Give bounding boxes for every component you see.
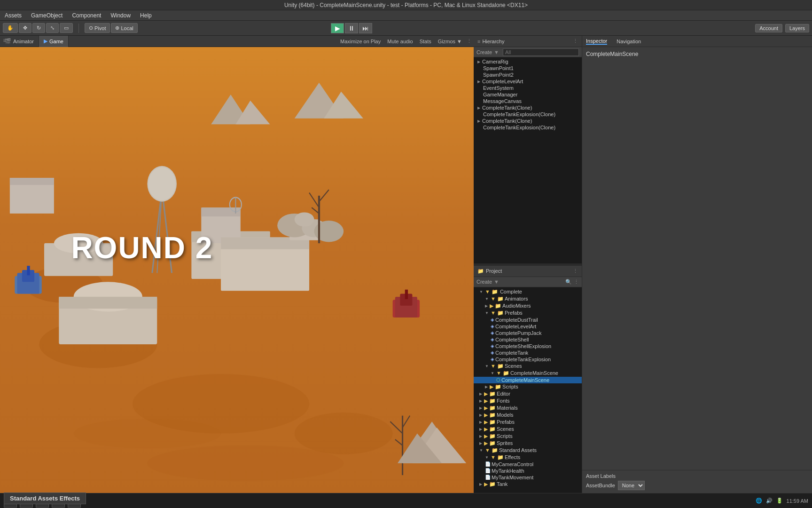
- project-toolbar-left: Create ▼: [476, 279, 499, 285]
- hierarchy-item[interactable]: GameManager: [474, 91, 582, 98]
- tree-item-mytankhealth[interactable]: 📄 MyTankHealth: [474, 468, 582, 474]
- eventsystem-label: EventSystem: [483, 85, 514, 91]
- maximize-btn[interactable]: Maximize on Play: [338, 38, 383, 45]
- tree-item-shellexplosion[interactable]: ◈ CompleteShellExplosion: [474, 343, 582, 349]
- tree-item-models[interactable]: ▶ 📁 Models: [474, 412, 582, 419]
- gizmos-btn[interactable]: Gizmos ▼: [436, 38, 464, 45]
- menu-help[interactable]: Help: [138, 11, 154, 20]
- tree-item-fonts[interactable]: ▶ 📁 Fonts: [474, 397, 582, 405]
- menu-assets[interactable]: Assets: [3, 11, 23, 20]
- materials-label: Materials: [497, 405, 518, 411]
- tree-item-tankexplosion[interactable]: ◈ CompleteTankExplosion: [474, 356, 582, 363]
- project-create-btn[interactable]: Create: [476, 279, 492, 285]
- animators-label: Animators: [505, 296, 528, 302]
- game-tab-label: Game: [49, 39, 63, 44]
- tree-item-mycameracontrol[interactable]: 📄 MyCameraControl: [474, 461, 582, 468]
- animator-tab-label: Animator: [13, 39, 34, 44]
- tree-item-sprites[interactable]: ▶ 📁 Sprites: [474, 440, 582, 447]
- project-menu-icon[interactable]: ⋮: [573, 268, 578, 274]
- fonts-label: Fonts: [497, 398, 510, 404]
- tree-item-audiomixers[interactable]: ▶ 📁 AudioMixers: [474, 302, 582, 310]
- tree-item-effects[interactable]: ▼ 📁 Effects: [474, 454, 582, 461]
- tree-item-scripts-complete[interactable]: ▶ 📁 Scripts: [474, 383, 582, 390]
- account-btn[interactable]: Account: [755, 24, 782, 32]
- tree-item-materials[interactable]: ▶ 📁 Materials: [474, 405, 582, 412]
- prefab-icon: ◈: [491, 324, 494, 329]
- hierarchy-item[interactable]: EventSystem: [474, 85, 582, 91]
- tab-game[interactable]: ▶ Game: [39, 36, 69, 47]
- tree-item-completemainscene[interactable]: ⬡ CompleteMainScene: [474, 377, 582, 383]
- menu-window[interactable]: Window: [109, 11, 133, 20]
- rotate-tool[interactable]: ↻: [32, 23, 45, 33]
- mute-btn[interactable]: Mute audio: [385, 38, 414, 45]
- hierarchy-search[interactable]: [503, 48, 579, 56]
- shellexp-label: CompleteShellExplosion: [495, 343, 551, 349]
- models-label: Models: [497, 412, 513, 418]
- tree-item-standard-assets[interactable]: ▼ 📁 Standard Assets: [474, 447, 582, 454]
- step-btn[interactable]: ⏭: [359, 23, 372, 33]
- taskbar-volume-icon: 🔊: [766, 498, 773, 504]
- tree-item-tank[interactable]: ◈ CompleteTank: [474, 349, 582, 356]
- play-btn[interactable]: ▶: [331, 23, 344, 33]
- viewport-corner-menu[interactable]: ≡: [0, 36, 9, 45]
- hierarchy-create-btn[interactable]: Create: [476, 49, 492, 55]
- hierarchy-item[interactable]: CameraRig: [474, 58, 582, 65]
- hierarchy-item[interactable]: CompleteTankExplosion(Clone): [474, 124, 582, 131]
- tree-item-editor[interactable]: ▶ 📁 Editor: [474, 390, 582, 397]
- menu-component[interactable]: Component: [70, 11, 103, 20]
- tree-item-tank-root[interactable]: ▶ 📁 Tank: [474, 481, 582, 488]
- tree-item-scenes[interactable]: ▶ 📁 Scenes: [474, 426, 582, 433]
- folder-icon: ▼ 📁: [496, 370, 509, 376]
- tree-item-scripts[interactable]: ▶ 📁 Scripts: [474, 433, 582, 440]
- pivot-btn[interactable]: ⊙ Pivot: [85, 23, 110, 33]
- project-search-icon[interactable]: 🔍: [565, 279, 572, 285]
- sep1: [78, 24, 79, 33]
- tree-item-prefabs[interactable]: ▶ 📁 Prefabs: [474, 419, 582, 426]
- project-toolbar-right: 🔍 ⋮: [565, 279, 579, 285]
- folder-icon: ▶ 📁: [484, 481, 496, 487]
- move-tool[interactable]: ✥: [19, 23, 31, 33]
- prefabs-complete-label: Prefabs: [505, 310, 523, 316]
- rect-tool[interactable]: ▭: [60, 23, 73, 33]
- standard-assets-label: Standard Assets: [499, 447, 537, 453]
- project-options-icon[interactable]: ⋮: [574, 279, 579, 285]
- viewport-menu-icon[interactable]: ⋮: [467, 38, 472, 44]
- complete-label: Complete: [500, 289, 522, 294]
- svg-rect-10: [10, 178, 54, 185]
- tree-item-completemainscene-folder[interactable]: ▼ 📁 CompleteMainScene: [474, 370, 582, 377]
- tree-item-prefabs-complete[interactable]: ▼ 📁 Prefabs: [474, 310, 582, 317]
- hierarchy-item[interactable]: SpawnPoint1: [474, 65, 582, 71]
- hierarchy-item[interactable]: CompleteLevelArt: [474, 78, 582, 85]
- hierarchy-item[interactable]: MessageCanvas: [474, 98, 582, 104]
- tree-item-pumpjack[interactable]: ◈ CompletePumpJack: [474, 330, 582, 336]
- tree-item-mytankmovement[interactable]: 📄 MyTankMovement: [474, 474, 582, 481]
- tree-item-dusttrail[interactable]: ◈ CompleteDustTrail: [474, 317, 582, 323]
- stats-btn[interactable]: Stats: [418, 38, 433, 45]
- hierarchy-item[interactable]: CompleteTank(Clone): [474, 118, 582, 124]
- tree-item-levelart[interactable]: ◈ CompleteLevelArt: [474, 323, 582, 330]
- scale-tool[interactable]: ⤡: [46, 23, 59, 33]
- svg-point-28: [295, 212, 314, 226]
- tree-item-shell[interactable]: ◈ CompleteShell: [474, 336, 582, 343]
- hierarchy-item[interactable]: SpawnPoint2: [474, 71, 582, 78]
- hierarchy-menu-icon[interactable]: ⋮: [573, 38, 578, 44]
- hierarchy-item[interactable]: CompleteTankExplosion(Clone): [474, 111, 582, 118]
- folder-icon: ▼ 📁: [491, 363, 504, 369]
- tree-item-animators[interactable]: ▼ 📁 Animators: [474, 295, 582, 302]
- project-icon: 📁: [477, 268, 484, 274]
- scripts-label: Scripts: [497, 433, 513, 439]
- layers-btn[interactable]: Layers: [785, 24, 809, 32]
- menu-gameobject[interactable]: GameObject: [29, 11, 64, 20]
- asset-bundle-select[interactable]: None: [618, 481, 645, 490]
- pause-btn[interactable]: ⏸: [345, 23, 358, 33]
- hand-tool[interactable]: ✋: [3, 23, 18, 33]
- tree-item-scenes-complete[interactable]: ▼ 📁 Scenes: [474, 363, 582, 370]
- inspector-tab[interactable]: Inspector: [586, 38, 607, 45]
- script-icon: 📄: [485, 468, 491, 473]
- tankexp2-label: CompleteTankExplosion(Clone): [483, 125, 555, 130]
- tree-item-complete[interactable]: ▼ 📁 Complete: [474, 288, 582, 295]
- round-text: ROUND 2: [71, 230, 213, 265]
- navigation-tab[interactable]: Navigation: [617, 39, 641, 44]
- local-btn[interactable]: ⊕ Local: [111, 23, 137, 33]
- hierarchy-item[interactable]: CompleteTank(Clone): [474, 104, 582, 111]
